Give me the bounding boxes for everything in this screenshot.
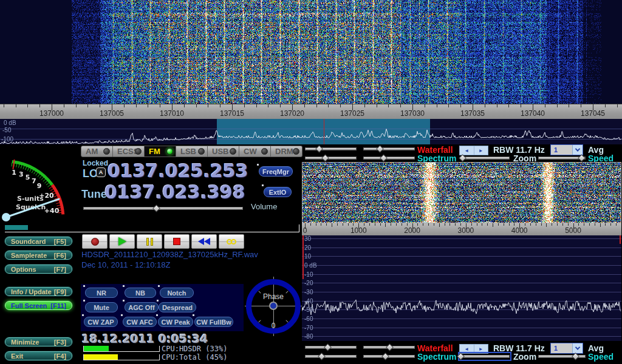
samplerate-button[interactable]: Samplerate[F6] [5, 251, 72, 260]
panel-divider [5, 232, 299, 232]
waterfall-contrast-slider[interactable] [363, 146, 415, 152]
af-db-label: -30 [304, 289, 313, 295]
loop-button[interactable] [219, 234, 244, 249]
freqmgr-button[interactable]: FreqMgr [259, 166, 293, 177]
main-waterfall[interactable] [0, 0, 622, 104]
db-label: 0 dB [4, 120, 16, 126]
waterfall-brightness-slider-2[interactable] [305, 345, 357, 350]
options-button[interactable]: Options[F7] [5, 265, 72, 274]
utc-datetime: 18.12.2011 0:05:34 [81, 332, 208, 345]
slider-thumb[interactable] [152, 204, 160, 212]
mode-usb[interactable]: USB [208, 146, 239, 157]
mode-ecss[interactable]: ECSS [113, 146, 145, 157]
tune-label: Tune [81, 188, 107, 201]
despread-button[interactable]: Despread [159, 302, 196, 312]
mode-led [198, 148, 205, 155]
rewind-button[interactable] [191, 234, 217, 249]
chevron-down-icon[interactable] [572, 343, 583, 353]
waterfall-brightness-slider[interactable] [305, 146, 357, 152]
af-db-label: -20 [304, 280, 313, 286]
spectrum-range-slider-2[interactable] [363, 354, 415, 359]
phase-dot [269, 302, 278, 310]
frequency-scale-label: 137005 [100, 109, 124, 118]
cw-fullbw-button[interactable]: CW FullBw [194, 317, 233, 327]
waterfall-shift-spinner[interactable]: ◄► [459, 146, 488, 155]
spectrum-trace [0, 119, 622, 144]
fullscreen-button[interactable]: Full Screen[F11] [5, 301, 72, 310]
recorder-toolbar [82, 234, 244, 249]
zoom-slider[interactable] [460, 155, 510, 161]
speed-slider[interactable] [538, 155, 586, 161]
mode-cw[interactable]: CW [239, 146, 271, 157]
af-db-label: 30 [304, 235, 311, 242]
chevron-down-icon[interactable] [572, 145, 583, 155]
af-waterfall[interactable] [302, 163, 621, 223]
af-spectrum[interactable]: 3020100 dB-10-20-30-40-50-60-70-80 [302, 235, 621, 341]
locked-label: Locked [83, 159, 108, 167]
info-update-button[interactable]: Info / Update[F9] [5, 287, 72, 296]
mode-fm[interactable]: FM [145, 146, 176, 157]
left-arrow-icon: ◄ [460, 345, 474, 353]
stop-button[interactable] [164, 234, 190, 249]
af-scale-label: 5000 [565, 226, 581, 235]
frequency-scale-label: 137025 [340, 109, 364, 118]
avg-select[interactable]: 1 [550, 144, 583, 155]
auto-lo-button[interactable]: A [96, 167, 106, 177]
af-db-label: 0 dB [304, 262, 317, 269]
stop-icon [173, 238, 180, 245]
af-db-label: 10 [304, 253, 311, 260]
spectrum-label-2: Spectrum [417, 352, 457, 362]
waterfall-contrast-slider-2[interactable] [363, 345, 415, 350]
left-arrow-icon: ◄ [460, 146, 474, 155]
tune-frequency-display[interactable]: 0137.023.398 [104, 181, 245, 203]
dsp-panel: NR NB Notch Mute AGC Off Despread CW ZAP… [81, 284, 244, 331]
right-arrow-icon: ► [474, 345, 488, 353]
notch-button[interactable]: Notch [160, 288, 194, 298]
af-db-label: 20 [304, 244, 311, 251]
volume-label: Volume [251, 202, 277, 211]
mute-button[interactable]: Mute [85, 302, 118, 312]
spectrum-ref-slider[interactable] [305, 155, 357, 161]
cw-peak-button[interactable]: CW Peak [158, 317, 193, 327]
af-db-label: -80 [304, 333, 313, 340]
extio-button[interactable]: ExtIO [264, 187, 292, 197]
volume-slider[interactable] [83, 206, 243, 211]
nr-button[interactable]: NR [85, 288, 118, 298]
avg-select-2[interactable]: 1 [550, 343, 583, 354]
cpu-total-bar [83, 354, 160, 360]
phase-label: Phase [245, 292, 302, 301]
squelch-level-bar[interactable] [5, 225, 28, 230]
main-spectrum[interactable]: 0 dB -50 -100 [0, 119, 622, 144]
cw-afc-button[interactable]: CW AFC [123, 317, 157, 327]
spectrum-range-slider[interactable] [363, 155, 415, 161]
mode-lsb[interactable]: LSB [176, 146, 208, 157]
zoom-slider-2[interactable] [460, 354, 510, 359]
play-icon [118, 237, 126, 246]
speed-slider-2[interactable] [538, 354, 586, 359]
minimize-button[interactable]: Minimize[F3] [5, 337, 72, 346]
af-scale-label: 2000 [404, 226, 420, 235]
waterfall-shift-spinner-2[interactable]: ◄► [459, 344, 488, 354]
lo-frequency-display[interactable]: 0137.025.253 [108, 160, 248, 181]
main-frequency-scale[interactable]: 1370001370051370101370151370201370251370… [0, 104, 622, 119]
db-label: -50 [2, 127, 11, 133]
s-meter[interactable] [0, 146, 81, 224]
mode-led-active [166, 148, 173, 155]
cw-zap-button[interactable]: CW ZAP [84, 317, 118, 327]
pause-button[interactable] [137, 234, 162, 249]
spectrum-ref-slider-2[interactable] [305, 354, 357, 359]
soundcard-button[interactable]: Soundcard[F5] [5, 237, 72, 246]
mode-am[interactable]: AM [81, 146, 113, 157]
frequency-scale-label: 137015 [220, 109, 244, 118]
nb-button[interactable]: NB [125, 288, 156, 298]
mode-led [135, 148, 142, 155]
play-button[interactable] [109, 234, 135, 249]
loop-icon [227, 239, 236, 244]
record-button[interactable] [82, 234, 108, 249]
af-frequency-scale[interactable]: 010002000300040005000 [302, 223, 621, 235]
exit-button[interactable]: Exit[F4] [5, 351, 72, 360]
mode-drm[interactable]: DRM [271, 146, 302, 157]
speed-label-2: Speed [588, 352, 613, 362]
agc-button[interactable]: AGC Off [125, 302, 159, 312]
mode-led [293, 148, 299, 155]
